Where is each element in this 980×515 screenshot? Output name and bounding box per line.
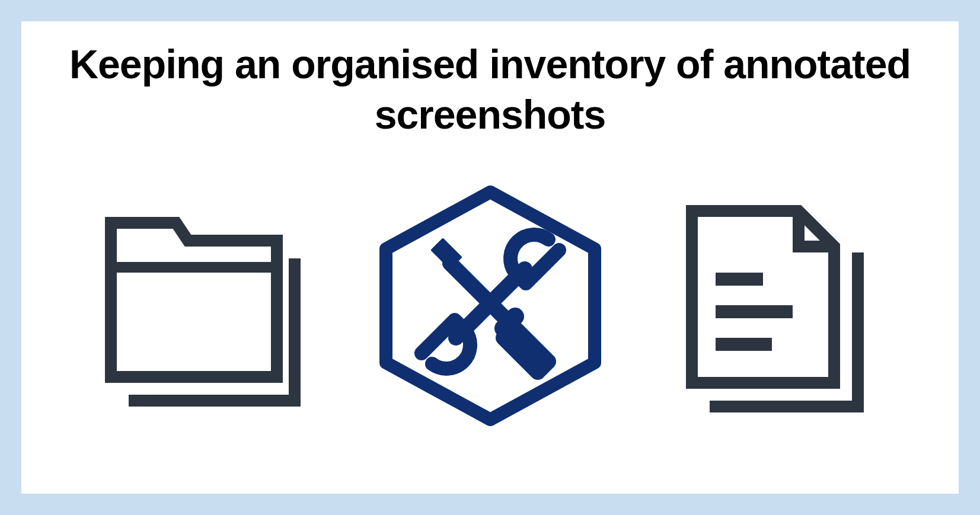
slide-card: Keeping an organised inventory of annota… — [21, 21, 959, 494]
slide-frame: Keeping an organised inventory of annota… — [0, 0, 980, 515]
folders-icon — [81, 181, 330, 430]
tools-hexagon-icon — [354, 169, 627, 442]
slide-title: Keeping an organised inventory of annota… — [57, 39, 923, 140]
icon-row — [81, 169, 899, 442]
documents-icon — [650, 181, 899, 430]
